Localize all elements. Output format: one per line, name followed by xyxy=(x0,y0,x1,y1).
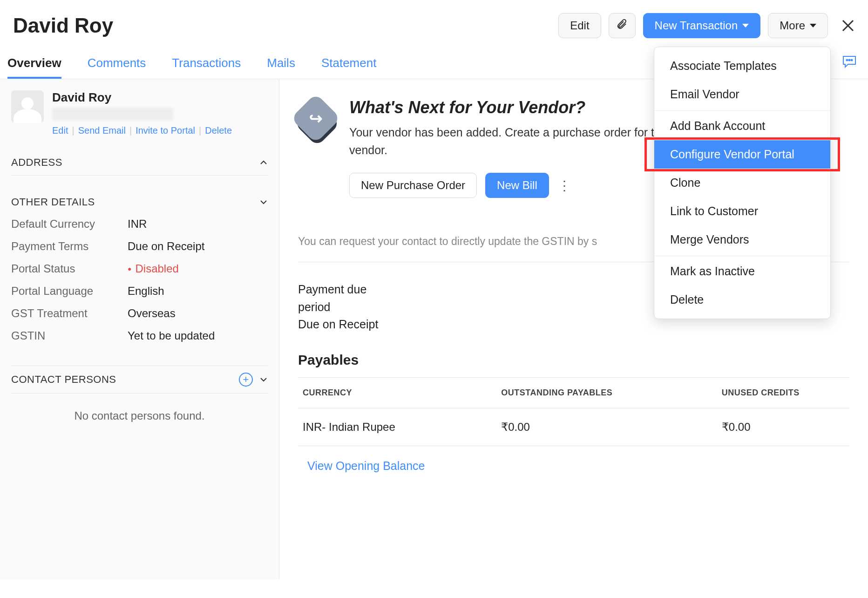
new-bill-button[interactable]: New Bill xyxy=(485,173,549,198)
chevron-up-icon xyxy=(259,158,268,167)
section-contact-persons-header[interactable]: CONTACT PERSONS + xyxy=(11,366,268,393)
portal-status-value: Disabled xyxy=(128,262,268,275)
menu-delete[interactable]: Delete xyxy=(654,285,830,314)
gst-treatment-label: GST Treatment xyxy=(11,307,128,320)
payables-title: Payables xyxy=(298,352,849,368)
profile-edit-link[interactable]: Edit xyxy=(52,125,68,136)
view-opening-balance-link[interactable]: View Opening Balance xyxy=(307,459,425,473)
header-actions: Edit New Transaction More xyxy=(558,13,855,38)
add-contact-button[interactable]: + xyxy=(239,373,253,387)
gst-treatment-value: Overseas xyxy=(128,307,268,320)
no-contact-text: No contact persons found. xyxy=(11,394,268,427)
gstin-label: GSTIN xyxy=(11,329,128,342)
avatar xyxy=(11,90,44,123)
tab-mails[interactable]: Mails xyxy=(267,48,295,79)
menu-email-vendor[interactable]: Email Vendor xyxy=(654,80,830,109)
payment-terms-value: Due on Receipt xyxy=(128,240,268,253)
payment-terms-label: Payment Terms xyxy=(11,240,128,253)
profile-send-email-link[interactable]: Send Email xyxy=(78,125,126,136)
more-menu: Associate Templates Email Vendor Add Ban… xyxy=(654,47,831,319)
svg-point-5 xyxy=(851,60,853,61)
menu-add-bank-account[interactable]: Add Bank Account xyxy=(654,110,830,140)
sidebar: David Roy Edit | Send Email | Invite to … xyxy=(0,79,279,579)
payables-unused-value: ₹0.00 xyxy=(717,408,849,446)
new-transaction-label: New Transaction xyxy=(655,19,738,32)
payables-col-unused: UNUSED CREDITS xyxy=(717,377,849,408)
section-address-header[interactable]: ADDRESS xyxy=(11,150,268,175)
menu-mark-inactive[interactable]: Mark as Inactive xyxy=(654,256,830,285)
section-other-details-title: OTHER DETAILS xyxy=(11,196,95,208)
new-purchase-order-button[interactable]: New Purchase Order xyxy=(349,173,477,198)
profile-delete-link[interactable]: Delete xyxy=(205,125,232,136)
chevron-down-icon xyxy=(810,24,816,27)
chevron-down-icon xyxy=(742,24,749,27)
edit-button[interactable]: Edit xyxy=(558,13,601,38)
tab-statement[interactable]: Statement xyxy=(321,48,377,79)
chat-icon[interactable] xyxy=(840,52,859,71)
paperclip-icon xyxy=(617,18,628,33)
payables-table: CURRENCY OUTSTANDING PAYABLES UNUSED CRE… xyxy=(298,377,849,446)
profile-email xyxy=(52,108,173,121)
tab-transactions[interactable]: Transactions xyxy=(172,48,241,79)
section-address-title: ADDRESS xyxy=(11,156,62,169)
page-title: David Roy xyxy=(13,14,113,37)
new-transaction-button[interactable]: New Transaction xyxy=(643,13,761,38)
payables-currency-value: INR- Indian Rupee xyxy=(298,408,496,446)
payables-col-currency: CURRENCY xyxy=(298,377,496,408)
tab-comments[interactable]: Comments xyxy=(88,48,146,79)
svg-point-3 xyxy=(847,60,848,61)
portal-language-value: English xyxy=(128,285,268,298)
more-button[interactable]: More xyxy=(768,13,828,38)
payables-outstanding-value: ₹0.00 xyxy=(496,408,717,446)
table-row: INR- Indian Rupee ₹0.00 ₹0.00 xyxy=(298,408,849,446)
chevron-down-icon xyxy=(259,375,268,384)
profile-invite-link[interactable]: Invite to Portal xyxy=(136,125,195,136)
whats-next-icon: ↪ xyxy=(298,101,335,138)
close-button[interactable] xyxy=(841,19,855,33)
profile-name: David Roy xyxy=(52,90,232,105)
section-other-details-header[interactable]: OTHER DETAILS xyxy=(11,190,268,215)
section-contact-persons-title: CONTACT PERSONS xyxy=(11,374,116,386)
more-actions-icon[interactable]: ⋮ xyxy=(557,178,571,193)
menu-link-to-customer[interactable]: Link to Customer xyxy=(654,197,830,225)
gstin-value: Yet to be updated xyxy=(128,329,268,342)
svg-point-4 xyxy=(849,60,850,61)
chevron-down-icon xyxy=(259,198,268,206)
menu-configure-vendor-portal[interactable]: Configure Vendor Portal xyxy=(654,140,830,169)
more-label: More xyxy=(780,19,805,32)
menu-clone[interactable]: Clone xyxy=(654,169,830,197)
portal-language-label: Portal Language xyxy=(11,285,128,298)
menu-merge-vendors[interactable]: Merge Vendors xyxy=(654,225,830,254)
tab-overview[interactable]: Overview xyxy=(7,48,61,79)
default-currency-value: INR xyxy=(128,217,268,231)
payables-col-outstanding: OUTSTANDING PAYABLES xyxy=(496,377,717,408)
portal-status-label: Portal Status xyxy=(11,262,128,275)
menu-associate-templates[interactable]: Associate Templates xyxy=(654,52,830,80)
default-currency-label: Default Currency xyxy=(11,217,128,231)
attachment-button[interactable] xyxy=(609,13,636,38)
